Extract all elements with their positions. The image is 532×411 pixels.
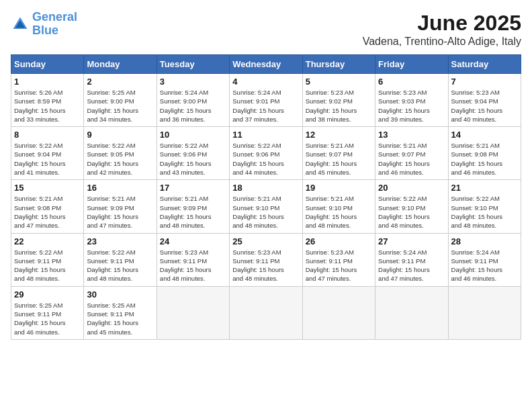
calendar-cell: 29Sunrise: 5:25 AMSunset: 9:11 PMDayligh… [11,286,84,339]
calendar-cell: 10Sunrise: 5:22 AMSunset: 9:06 PMDayligh… [157,127,229,180]
calendar: SundayMondayTuesdayWednesdayThursdayFrid… [11,54,521,340]
day-info: Sunrise: 5:26 AMSunset: 8:59 PMDaylight:… [14,88,81,124]
day-number: 11 [232,130,299,140]
calendar-cell: 13Sunrise: 5:21 AMSunset: 9:07 PMDayligh… [375,127,448,180]
calendar-cell: 4Sunrise: 5:24 AMSunset: 9:01 PMDaylight… [230,74,302,127]
column-header-monday: Monday [84,55,157,74]
calendar-cell [375,286,448,339]
title-section: June 2025 Vadena, Trentino-Alto Adige, I… [363,11,521,48]
day-number: 4 [232,77,299,87]
logo-line1: General [32,10,77,24]
day-number: 19 [306,183,372,193]
calendar-cell: 6Sunrise: 5:23 AMSunset: 9:03 PMDaylight… [375,74,448,127]
calendar-cell: 23Sunrise: 5:22 AMSunset: 9:11 PMDayligh… [84,233,157,286]
day-info: Sunrise: 5:22 AMSunset: 9:10 PMDaylight:… [378,194,445,230]
day-info: Sunrise: 5:24 AMSunset: 9:00 PMDaylight:… [160,88,226,124]
day-number: 6 [378,77,445,87]
calendar-cell: 9Sunrise: 5:22 AMSunset: 9:05 PMDaylight… [84,127,157,180]
column-header-saturday: Saturday [448,55,521,74]
day-info: Sunrise: 5:22 AMSunset: 9:11 PMDaylight:… [87,248,153,283]
day-info: Sunrise: 5:21 AMSunset: 9:09 PMDaylight:… [160,194,226,230]
day-info: Sunrise: 5:22 AMSunset: 9:10 PMDaylight:… [451,194,518,230]
calendar-cell: 25Sunrise: 5:23 AMSunset: 9:11 PMDayligh… [230,233,302,286]
logo-text: General Blue [32,11,77,38]
column-header-wednesday: Wednesday [230,55,302,74]
calendar-cell: 18Sunrise: 5:21 AMSunset: 9:10 PMDayligh… [230,180,302,233]
calendar-cell: 17Sunrise: 5:21 AMSunset: 9:09 PMDayligh… [157,180,229,233]
day-number: 9 [87,130,153,140]
calendar-cell: 3Sunrise: 5:24 AMSunset: 9:00 PMDaylight… [157,74,229,127]
calendar-week-row: 1Sunrise: 5:26 AMSunset: 8:59 PMDaylight… [11,74,521,127]
day-info: Sunrise: 5:23 AMSunset: 9:04 PMDaylight:… [451,88,518,124]
calendar-cell [302,286,375,339]
calendar-cell: 7Sunrise: 5:23 AMSunset: 9:04 PMDaylight… [448,74,521,127]
calendar-cell [157,286,229,339]
calendar-cell: 1Sunrise: 5:26 AMSunset: 8:59 PMDaylight… [11,74,84,127]
calendar-cell: 2Sunrise: 5:25 AMSunset: 9:00 PMDaylight… [84,74,157,127]
day-info: Sunrise: 5:25 AMSunset: 9:00 PMDaylight:… [87,88,153,124]
logo-icon [11,15,30,34]
day-number: 16 [87,183,153,193]
day-info: Sunrise: 5:23 AMSunset: 9:03 PMDaylight:… [378,88,445,124]
calendar-cell: 28Sunrise: 5:24 AMSunset: 9:11 PMDayligh… [448,233,521,286]
day-info: Sunrise: 5:21 AMSunset: 9:08 PMDaylight:… [451,141,518,177]
calendar-cell: 26Sunrise: 5:23 AMSunset: 9:11 PMDayligh… [302,233,375,286]
column-header-thursday: Thursday [302,55,375,74]
day-number: 15 [14,183,81,193]
calendar-cell: 30Sunrise: 5:25 AMSunset: 9:11 PMDayligh… [84,286,157,339]
calendar-cell: 11Sunrise: 5:22 AMSunset: 9:06 PMDayligh… [230,127,302,180]
calendar-cell [448,286,521,339]
calendar-cell [230,286,302,339]
day-number: 1 [14,77,81,87]
day-number: 26 [306,236,372,246]
day-info: Sunrise: 5:21 AMSunset: 9:07 PMDaylight:… [378,141,445,177]
day-info: Sunrise: 5:22 AMSunset: 9:04 PMDaylight:… [14,141,81,177]
month-title: June 2025 [363,11,521,36]
day-number: 7 [451,77,518,87]
day-info: Sunrise: 5:24 AMSunset: 9:11 PMDaylight:… [451,248,518,283]
day-info: Sunrise: 5:23 AMSunset: 9:11 PMDaylight:… [306,248,372,283]
day-info: Sunrise: 5:22 AMSunset: 9:11 PMDaylight:… [14,248,81,283]
day-info: Sunrise: 5:21 AMSunset: 9:08 PMDaylight:… [14,194,81,230]
column-header-tuesday: Tuesday [157,55,229,74]
calendar-header-row: SundayMondayTuesdayWednesdayThursdayFrid… [11,55,521,74]
day-number: 12 [306,130,372,140]
calendar-week-row: 15Sunrise: 5:21 AMSunset: 9:08 PMDayligh… [11,180,521,233]
column-header-sunday: Sunday [11,55,84,74]
day-info: Sunrise: 5:23 AMSunset: 9:11 PMDaylight:… [160,248,226,283]
calendar-cell: 20Sunrise: 5:22 AMSunset: 9:10 PMDayligh… [375,180,448,233]
day-number: 3 [160,77,226,87]
calendar-cell: 22Sunrise: 5:22 AMSunset: 9:11 PMDayligh… [11,233,84,286]
day-number: 24 [160,236,226,246]
day-number: 20 [378,183,445,193]
day-number: 2 [87,77,153,87]
day-info: Sunrise: 5:21 AMSunset: 9:10 PMDaylight:… [306,194,372,230]
day-number: 17 [160,183,226,193]
day-number: 25 [232,236,299,246]
day-number: 27 [378,236,445,246]
calendar-week-row: 8Sunrise: 5:22 AMSunset: 9:04 PMDaylight… [11,127,521,180]
day-number: 14 [451,130,518,140]
calendar-cell: 12Sunrise: 5:21 AMSunset: 9:07 PMDayligh… [302,127,375,180]
day-number: 23 [87,236,153,246]
day-number: 5 [306,77,372,87]
logo: General Blue [11,11,77,38]
day-number: 18 [232,183,299,193]
calendar-cell: 19Sunrise: 5:21 AMSunset: 9:10 PMDayligh… [302,180,375,233]
day-number: 10 [160,130,226,140]
day-info: Sunrise: 5:21 AMSunset: 9:07 PMDaylight:… [306,141,372,177]
day-info: Sunrise: 5:24 AMSunset: 9:01 PMDaylight:… [232,88,299,124]
day-info: Sunrise: 5:25 AMSunset: 9:11 PMDaylight:… [14,301,81,336]
day-number: 30 [87,289,153,300]
day-info: Sunrise: 5:22 AMSunset: 9:05 PMDaylight:… [87,141,153,177]
day-number: 21 [451,183,518,193]
day-number: 8 [14,130,81,140]
calendar-cell: 5Sunrise: 5:23 AMSunset: 9:02 PMDaylight… [302,74,375,127]
calendar-cell: 27Sunrise: 5:24 AMSunset: 9:11 PMDayligh… [375,233,448,286]
day-number: 13 [378,130,445,140]
calendar-week-row: 29Sunrise: 5:25 AMSunset: 9:11 PMDayligh… [11,286,521,339]
day-number: 29 [14,289,81,300]
location-title: Vadena, Trentino-Alto Adige, Italy [363,36,521,48]
calendar-cell: 16Sunrise: 5:21 AMSunset: 9:09 PMDayligh… [84,180,157,233]
calendar-cell: 8Sunrise: 5:22 AMSunset: 9:04 PMDaylight… [11,127,84,180]
